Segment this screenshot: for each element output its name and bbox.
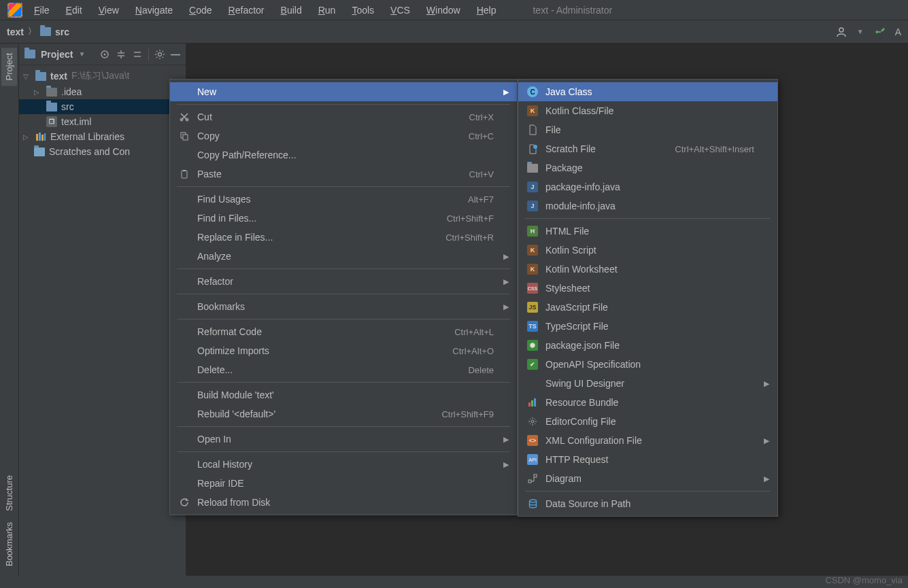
menu-build[interactable]: Build: [273, 2, 310, 18]
menu-item-repair-ide[interactable]: Repair IDE: [170, 474, 517, 493]
chevron-down-icon[interactable]: ▼: [857, 28, 864, 35]
collapse-all-icon[interactable]: [132, 49, 143, 60]
menu-item-data-source-in-path[interactable]: Data Source in Path: [518, 494, 777, 513]
menu-help[interactable]: Help: [469, 2, 505, 18]
expand-all-icon[interactable]: [116, 49, 127, 60]
tree-node-root[interactable]: ▽ text F:\练习\Java\t: [19, 68, 186, 84]
menu-item-new[interactable]: New▶: [170, 82, 517, 101]
diag-icon: [526, 474, 539, 483]
tree-node-iml[interactable]: ❐ text.iml: [19, 114, 186, 129]
menu-window[interactable]: Window: [418, 2, 469, 18]
tree-node-src[interactable]: src: [19, 99, 186, 114]
menu-item-rebuild-default-[interactable]: Rebuild '<default>'Ctrl+Shift+F9: [170, 404, 517, 423]
menu-item-reformat-code[interactable]: Reformat CodeCtrl+Alt+L: [170, 322, 517, 341]
svg-rect-19: [534, 474, 537, 477]
menu-item-package[interactable]: Package: [518, 158, 777, 177]
menu-view[interactable]: View: [90, 2, 127, 18]
menu-item-label: EditorConfig File: [545, 416, 754, 427]
menu-item-copy[interactable]: CopyCtrl+C: [170, 126, 517, 145]
menu-item-open-in[interactable]: Open In▶: [170, 430, 517, 449]
menu-item-label: Diagram: [545, 473, 754, 484]
menu-item-package-json-file[interactable]: ⬢package.json File: [518, 336, 777, 355]
menu-item-http-request[interactable]: APIHTTP Request: [518, 450, 777, 469]
menu-item-bookmarks[interactable]: Bookmarks▶: [170, 297, 517, 316]
menu-item-module-info-java[interactable]: Jmodule-info.java: [518, 196, 777, 215]
svg-rect-4: [39, 133, 41, 141]
gutter-tab-project[interactable]: Project: [1, 48, 17, 86]
menu-item-swing-ui-designer[interactable]: Swing UI Designer▶: [518, 374, 777, 393]
menu-item-local-history[interactable]: Local History▶: [170, 455, 517, 474]
tree-node-scratches[interactable]: Scratches and Con: [19, 144, 186, 159]
menu-item-analyze[interactable]: Analyze▶: [170, 247, 517, 266]
h-icon: H: [526, 226, 539, 237]
tree-node-external[interactable]: ▷ External Libraries: [19, 129, 186, 144]
panel-title[interactable]: Project: [41, 49, 73, 60]
menu-item-copy-path-reference-[interactable]: Copy Path/Reference...: [170, 145, 517, 165]
menu-item-editorconfig-file[interactable]: EditorConfig File: [518, 412, 777, 431]
menu-tools[interactable]: Tools: [343, 2, 382, 18]
gear-icon[interactable]: [154, 49, 165, 60]
select-opened-file-icon[interactable]: [99, 49, 110, 60]
menu-item-label: Optimize Imports: [197, 345, 445, 356]
tree-node-idea[interactable]: ▷ .idea: [19, 84, 186, 99]
menu-item-refactor[interactable]: Refactor▶: [170, 272, 517, 291]
menu-code[interactable]: Code: [181, 2, 220, 18]
menu-item-scratch-file[interactable]: Scratch FileCtrl+Alt+Shift+Insert: [518, 139, 777, 158]
menu-refactor[interactable]: Refactor: [220, 2, 273, 18]
menu-edit[interactable]: Edit: [58, 2, 90, 18]
project-panel: Project ▼ — ▽ text F:\练习\Java\t: [19, 44, 186, 576]
folder-icon: [46, 103, 57, 111]
api-icon: ✔: [526, 359, 539, 370]
menu-item-java-class[interactable]: CJava Class: [518, 82, 777, 101]
menu-item-javascript-file[interactable]: JSJavaScript File: [518, 298, 777, 317]
scratch-icon: [526, 144, 539, 154]
menu-separator: [525, 491, 771, 491]
menu-item-kotlin-class-file[interactable]: KKotlin Class/File: [518, 101, 777, 120]
minimize-icon[interactable]: —: [171, 49, 180, 60]
chevron-down-icon[interactable]: ▼: [78, 50, 85, 58]
xml-icon: <>: [526, 435, 539, 446]
menu-item-package-info-java[interactable]: Jpackage-info.java: [518, 177, 777, 196]
menu-item-stylesheet[interactable]: CSSStylesheet: [518, 279, 777, 298]
user-icon[interactable]: [835, 26, 847, 38]
scratch-folder-icon: [34, 148, 45, 156]
menu-item-openapi-specification[interactable]: ✔OpenAPI Specification: [518, 355, 777, 374]
menu-item-file[interactable]: File: [518, 120, 777, 139]
menu-item-kotlin-worksheet[interactable]: KKotlin Worksheet: [518, 260, 777, 279]
menu-item-shortcut: Ctrl+X: [469, 112, 494, 122]
build-icon[interactable]: [873, 26, 886, 38]
menu-item-label: Find Usages: [197, 194, 461, 205]
breadcrumb-root[interactable]: text: [7, 27, 24, 37]
left-tool-gutter: Project Structure Bookmarks: [0, 44, 19, 576]
gutter-tab-bookmarks[interactable]: Bookmarks: [1, 517, 17, 572]
menu-item-find-usages[interactable]: Find UsagesAlt+F7: [170, 190, 517, 209]
menu-item-kotlin-script[interactable]: KKotlin Script: [518, 241, 777, 260]
menu-item-paste[interactable]: PasteCtrl+V: [170, 165, 517, 184]
menu-separator: [177, 426, 510, 427]
menu-item-replace-in-files-[interactable]: Replace in Files...Ctrl+Shift+R: [170, 228, 517, 247]
menu-item-xml-configuration-file[interactable]: <>XML Configuration File▶: [518, 431, 777, 450]
menu-item-label: Kotlin Script: [545, 245, 754, 256]
menu-item-shortcut: Ctrl+Alt+Shift+Insert: [675, 144, 754, 154]
menu-item-html-file[interactable]: HHTML File: [518, 222, 777, 241]
menu-vcs[interactable]: VCS: [382, 2, 418, 18]
menu-separator: [177, 104, 510, 105]
menu-item-typescript-file[interactable]: TSTypeScript File: [518, 317, 777, 336]
menu-item-label: Open In: [197, 434, 494, 445]
menu-item-cut[interactable]: CutCtrl+X: [170, 107, 517, 126]
gutter-tab-structure[interactable]: Structure: [1, 470, 17, 517]
menu-item-optimize-imports[interactable]: Optimize ImportsCtrl+Alt+O: [170, 341, 517, 360]
menu-navigate[interactable]: Navigate: [127, 2, 181, 18]
breadcrumb-child[interactable]: src: [55, 27, 69, 37]
menu-item-resource-bundle[interactable]: Resource Bundle: [518, 393, 777, 412]
ts-icon: TS: [526, 321, 539, 332]
menu-item-find-in-files-[interactable]: Find in Files...Ctrl+Shift+F: [170, 209, 517, 228]
menu-item-reload-from-disk[interactable]: Reload from Disk: [170, 493, 517, 512]
menu-run[interactable]: Run: [310, 2, 344, 18]
chevron-right-icon: ▶: [501, 435, 509, 444]
menu-file[interactable]: File: [26, 2, 58, 18]
menu-item-build-module-text-[interactable]: Build Module 'text': [170, 385, 517, 404]
toolbar-letter[interactable]: A: [895, 27, 901, 37]
menu-item-diagram[interactable]: Diagram▶: [518, 469, 777, 488]
menu-item-delete-[interactable]: Delete...Delete: [170, 360, 517, 379]
